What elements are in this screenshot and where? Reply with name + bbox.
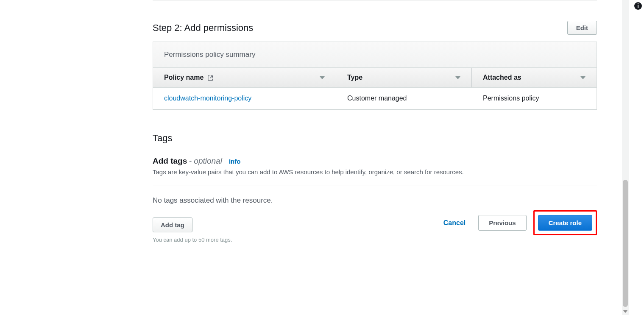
column-policy-name[interactable]: Policy name — [153, 68, 336, 87]
create-role-button[interactable]: Create role — [538, 215, 592, 231]
edit-button[interactable]: Edit — [567, 21, 597, 35]
create-role-highlight: Create role — [533, 210, 597, 235]
footer-buttons: Cancel Previous Create role — [438, 210, 597, 235]
add-tag-button[interactable]: Add tag — [153, 217, 192, 232]
sort-icon — [580, 76, 585, 79]
policy-summary-header: Permissions policy summary — [153, 42, 597, 68]
column-attached-as[interactable]: Attached as — [472, 68, 597, 87]
scroll-arrow-down-icon[interactable] — [622, 308, 629, 315]
tags-heading: Tags — [153, 133, 597, 144]
svg-point-2 — [638, 3, 639, 5]
table-row: cloudwatch-monitoring-policy Customer ma… — [153, 88, 597, 109]
sort-icon — [455, 76, 460, 79]
policy-summary-box: Permissions policy summary Policy name T… — [153, 42, 597, 110]
svg-rect-1 — [638, 5, 638, 8]
step-title: Step 2: Add permissions — [153, 22, 253, 33]
policy-name-link[interactable]: cloudwatch-monitoring-policy — [164, 95, 251, 102]
policy-name-cell: cloudwatch-monitoring-policy — [153, 88, 336, 109]
step-header: Step 2: Add permissions Edit — [153, 21, 597, 42]
info-panel-icon[interactable] — [634, 2, 642, 10]
add-tags-header: Add tags - optional Info — [153, 156, 597, 166]
external-link-icon — [207, 75, 213, 81]
main-content: Step 2: Add permissions Edit Permissions… — [153, 0, 597, 243]
scrollbar-thumb[interactable] — [623, 180, 628, 307]
column-type[interactable]: Type — [336, 68, 472, 87]
policy-attached-cell: Permissions policy — [472, 88, 597, 109]
optional-label: - optional — [189, 156, 222, 165]
cancel-button[interactable]: Cancel — [438, 215, 471, 231]
no-tags-text: No tags associated with the resource. — [153, 196, 597, 205]
sort-icon — [320, 76, 325, 79]
scrollbar-track[interactable] — [622, 0, 629, 315]
top-divider — [153, 0, 597, 0]
add-tags-label: Add tags — [153, 156, 187, 165]
column-type-label: Type — [347, 74, 362, 81]
info-link[interactable]: Info — [229, 158, 241, 165]
tags-description: Tags are key-value pairs that you can ad… — [153, 168, 597, 176]
policy-type-cell: Customer managed — [336, 88, 472, 109]
previous-button[interactable]: Previous — [478, 215, 526, 231]
column-policy-name-label: Policy name — [164, 74, 204, 81]
tags-hint: You can add up to 50 more tags. — [153, 237, 597, 243]
column-attached-label: Attached as — [483, 74, 521, 81]
policy-table-header: Policy name Type Attached as — [153, 68, 597, 88]
